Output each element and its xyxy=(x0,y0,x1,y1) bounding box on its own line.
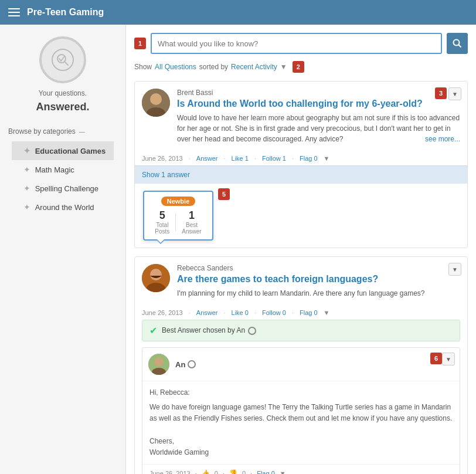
like-link-2[interactable]: Like 0 xyxy=(232,309,249,316)
question-footer-1: June 26, 2013 · Answer · Like 1 · Follow… xyxy=(135,151,467,165)
category-label-around-the-world: Around the World xyxy=(35,203,94,212)
logo-sub-text: Your questions. xyxy=(39,89,87,97)
sidebar-item-educational-games[interactable]: ✦Educational Games xyxy=(12,141,114,160)
question-dropdown-2[interactable]: ▼ xyxy=(448,263,461,276)
question-card-1: Brent Bassi Is Around the World too chal… xyxy=(134,81,468,248)
category-label-educational-games: Educational Games xyxy=(35,147,106,155)
best-answer-bar: ✔ Best Answer chosen by An xyxy=(142,320,460,341)
app-title: Pre-Teen Gaming xyxy=(27,7,104,18)
answer-link-1[interactable]: Answer xyxy=(196,155,218,162)
svg-line-4 xyxy=(459,45,461,48)
question-header-1: Brent Bassi Is Around the World too chal… xyxy=(135,82,467,151)
content-area: 1 Show All Questions sorted by Recent Ac… xyxy=(126,25,476,474)
menu-button[interactable] xyxy=(8,8,20,16)
filter-sorted-text: sorted by xyxy=(199,63,228,71)
search-button[interactable] xyxy=(447,33,468,54)
svg-point-0 xyxy=(52,49,73,70)
category-label-math-magic: Math Magic xyxy=(35,165,74,174)
sidebar-item-around-the-world[interactable]: ✦Around the World xyxy=(12,198,114,216)
category-icon-around-the-world: ✦ xyxy=(23,202,30,212)
asker-name-1: Brent Bassi xyxy=(177,89,460,97)
best-answer-stat: 1 BestAnswer xyxy=(182,209,201,235)
total-posts-stat: 5 TotalPosts xyxy=(155,209,169,235)
svg-line-2 xyxy=(64,62,68,65)
category-icon-spelling-challenge: ✦ xyxy=(23,184,30,193)
follow-link-1[interactable]: Follow 1 xyxy=(262,155,286,162)
answer-avatar xyxy=(148,354,169,375)
question-title-1[interactable]: Is Around the World too challenging for … xyxy=(177,99,460,109)
newbie-badge: Newbie xyxy=(161,197,196,206)
svg-point-6 xyxy=(150,93,162,105)
category-list: ✦Educational Games✦Math Magic✦Spelling C… xyxy=(12,141,114,216)
question-callout-3: 3 xyxy=(435,87,447,99)
filter-recent-activity[interactable]: Recent Activity xyxy=(231,63,277,71)
flag-link-2[interactable]: Flag 0 xyxy=(300,309,318,316)
question-body-2: Rebecca Sanders Are there games to teach… xyxy=(177,264,460,299)
answer-flag-link[interactable]: Flag 0 xyxy=(257,470,275,474)
answer-dropdown[interactable]: ▼ xyxy=(442,353,455,365)
newbie-popup: Newbie 5 TotalPosts 1 BestAnswer xyxy=(143,191,213,241)
asker-name-2: Rebecca Sanders xyxy=(177,264,460,272)
answer-author-name: An xyxy=(175,360,196,369)
logo-main-text: Answered. xyxy=(36,101,89,113)
newbie-popup-container: Newbie 5 TotalPosts 1 BestAnswer xyxy=(135,184,222,248)
main-layout: Your questions. Answered. Browse by cate… xyxy=(0,25,476,474)
question-dropdown-1[interactable]: ▼ xyxy=(448,87,461,100)
browse-label: Browse by categories — xyxy=(0,124,125,139)
question-title-2[interactable]: Are there games to teach foreign languag… xyxy=(177,274,460,285)
app-header: Pre-Teen Gaming xyxy=(0,0,476,25)
question-header-2: Rebecca Sanders Are there games to teach… xyxy=(135,257,467,306)
category-icon-educational-games: ✦ xyxy=(23,146,30,155)
avatar-brent xyxy=(142,89,170,117)
sidebar-item-spelling-challenge[interactable]: ✦Spelling Challenge xyxy=(12,179,114,198)
filter-callout-label: 2 xyxy=(293,61,304,73)
search-callout-label: 1 xyxy=(134,38,146,49)
search-input[interactable] xyxy=(151,33,442,54)
answer-body: Hi, Rebecca: We do have foreign language… xyxy=(142,381,460,464)
answer-like-count: 0 xyxy=(215,470,218,474)
answer-header: An 6 ▼ xyxy=(142,348,460,381)
thumbs-down-icon: 👎 xyxy=(229,469,237,474)
pending-circle-icon xyxy=(188,360,196,368)
see-more-1[interactable]: see more... xyxy=(425,134,460,144)
pending-icon xyxy=(248,327,256,335)
answer-date: June 26, 2013 xyxy=(149,470,191,474)
search-row: 1 xyxy=(134,33,468,54)
answer-author-block: An xyxy=(175,360,196,369)
browse-arrow-icon: — xyxy=(79,128,85,135)
newbie-tail-inner xyxy=(157,239,164,243)
filter-all-questions[interactable]: All Questions xyxy=(155,63,196,71)
avatar-rebecca xyxy=(142,264,170,292)
newbie-stats: 5 TotalPosts 1 BestAnswer xyxy=(155,209,201,235)
filter-dropdown-icon[interactable]: ▼ xyxy=(280,63,287,71)
newbie-callout-5: 5 xyxy=(218,188,230,200)
check-icon: ✔ xyxy=(149,325,157,336)
sidebar-item-math-magic[interactable]: ✦Math Magic xyxy=(12,160,114,179)
flag-link-1[interactable]: Flag 0 xyxy=(300,155,318,162)
answer-link-2[interactable]: Answer xyxy=(196,309,218,316)
answer-footer: June 26, 2013 · 👍 0 · 👎 0 · Flag 0 ▼ xyxy=(142,464,460,474)
logo-circle xyxy=(39,36,86,83)
answer-content: We do have foreign language games! The T… xyxy=(149,402,453,458)
question-body-1: Brent Bassi Is Around the World too chal… xyxy=(177,89,460,144)
follow-link-2[interactable]: Follow 0 xyxy=(262,309,286,316)
like-link-1[interactable]: Like 1 xyxy=(232,155,249,162)
svg-point-12 xyxy=(154,357,164,367)
sidebar: Your questions. Answered. Browse by cate… xyxy=(0,25,126,474)
stat-divider xyxy=(175,214,176,231)
question-text-2: I'm planning for my child to learn Manda… xyxy=(177,288,460,299)
answer-callout-6: 6 xyxy=(430,353,442,364)
thumbs-up-icon: 👍 xyxy=(202,469,210,474)
answer-block: An 6 ▼ Hi, Rebecca: We do have foreign l… xyxy=(142,347,460,474)
question-card-2: Rebecca Sanders Are there games to teach… xyxy=(134,256,468,474)
svg-point-9 xyxy=(150,269,162,280)
show-answer-bar[interactable]: Show 1 answer xyxy=(135,165,467,184)
best-answer-text: Best Answer chosen by An xyxy=(162,326,256,335)
question-footer-2: June 26, 2013 · Answer · Like 0 · Follow… xyxy=(135,306,467,320)
category-icon-math-magic: ✦ xyxy=(23,165,30,174)
answer-flag-dropdown[interactable]: ▼ xyxy=(280,470,286,474)
category-label-spelling-challenge: Spelling Challenge xyxy=(35,184,98,193)
answer-greeting: Hi, Rebecca: xyxy=(149,387,453,398)
answer-dislike-count: 0 xyxy=(242,470,246,474)
filter-row: Show All Questions sorted by Recent Acti… xyxy=(134,61,468,73)
